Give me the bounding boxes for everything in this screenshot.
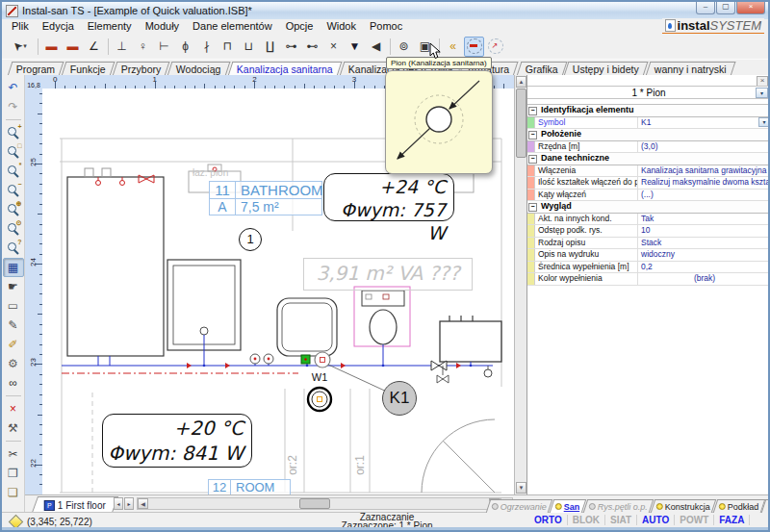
menu-opcje[interactable]: Opcje <box>279 19 321 34</box>
branch-tool[interactable]: ⊢ <box>154 37 174 57</box>
property-value-ilość-kształtek-włączeń-do-pionu[interactable]: Realizuj maksymalnie dwoma kształtkami <box>638 177 770 189</box>
zoom-window-tool[interactable]: ⊕ <box>3 200 24 219</box>
property-value-włączenia[interactable]: Kanalizacja sanitarna grawitacyjna <box>638 165 770 177</box>
tab-wodociąg[interactable]: Wodociąg <box>167 62 230 76</box>
select-region-tool[interactable]: ▭ <box>3 296 24 316</box>
crossing-tool[interactable]: × <box>323 37 344 57</box>
pipe-riser-tool[interactable]: ∠ <box>84 37 104 57</box>
scroll-up-icon[interactable]: ▲ <box>516 76 526 88</box>
toggle-auto[interactable]: AUTO <box>637 515 675 525</box>
property-row-kolor-wypełnienia[interactable]: Kolor wypełnienia(brak) <box>527 273 770 286</box>
redo-tool[interactable]: ↷ <box>3 97 24 116</box>
pion-preview-tool[interactable] <box>485 37 505 57</box>
copy-tool[interactable]: ❐ <box>3 464 24 483</box>
coupling-right-tool[interactable]: ⊷ <box>302 37 322 57</box>
filter-tool[interactable]: ▼ <box>345 37 365 57</box>
property-section-identyfikacja-elementu[interactable]: −Identyfikacja elementu <box>527 105 770 117</box>
slant-connection-tool[interactable]: ∤ <box>196 37 217 57</box>
zoom-sheet-tool[interactable]: □ <box>3 142 24 162</box>
property-row-opis-na-wydruku[interactable]: Opis na wydrukuwidoczny <box>527 249 770 262</box>
header-dropdown-icon[interactable]: ▾ <box>756 88 768 98</box>
pencil-tool[interactable]: ✎ <box>3 316 24 335</box>
zoom-region-tool[interactable]: + <box>3 123 24 142</box>
sheet-tab-first-floor[interactable]: P 1 First floor <box>32 496 118 513</box>
delete-tool[interactable]: × <box>3 399 24 418</box>
menu-elementy[interactable]: Elementy <box>81 19 139 34</box>
minimize-button[interactable]: – <box>696 2 715 14</box>
toggle-powt[interactable]: POWT <box>675 515 714 525</box>
trim-tool[interactable]: ⚒ <box>3 418 24 438</box>
r4-disconnect-tool[interactable]: « <box>443 37 463 57</box>
property-value-opis-na-wydruku[interactable]: widoczny <box>638 249 770 261</box>
property-value-kolor-wypełnienia[interactable]: (brak) <box>638 273 770 285</box>
collapse-icon[interactable]: − <box>528 203 537 212</box>
close-button[interactable]: × <box>736 2 765 14</box>
fixture-cup-tool[interactable]: ⊔ <box>239 37 259 57</box>
pipe-horizontal-tool[interactable]: ▬ <box>41 37 62 57</box>
property-section-położenie[interactable]: −Położenie <box>527 129 770 141</box>
doc-tab-san[interactable]: San <box>550 499 586 513</box>
doc-tab-ogrzewanie[interactable]: Ogrzewanie <box>486 499 553 513</box>
property-value-akt-na-innych-kond[interactable]: Tak <box>638 214 770 225</box>
menu-pomoc[interactable]: Pomoc <box>363 19 409 34</box>
cut-tool[interactable]: ✂ <box>3 444 24 464</box>
zoom-help-tool[interactable]: ? <box>3 239 24 258</box>
prev-sheet-button[interactable]: ◂ <box>114 497 123 510</box>
pan-hand-tool[interactable]: ☛ <box>3 277 24 296</box>
property-value-średnica-wypełnienia-m[interactable]: 0,2 <box>638 262 770 273</box>
tab-ustępy-i-bidety[interactable]: Ustępy i bidety <box>564 62 649 76</box>
doc-tab-podkład[interactable]: Podkład <box>712 499 764 513</box>
vertical-scrollbar[interactable]: ▲ ▼ <box>514 75 526 494</box>
outlet-tool[interactable]: ◀ <box>366 37 386 57</box>
property-row-średnica-wypełnienia-m[interactable]: Średnica wypełnienia [m]0,2 <box>527 262 770 274</box>
doc-tab-konstrukcja[interactable]: Konstrukcja <box>650 499 716 513</box>
connection-perpendicular-tool[interactable]: ⊥ <box>112 37 132 57</box>
paste-tool[interactable]: ❏ <box>3 483 24 502</box>
collapse-icon[interactable]: − <box>528 107 537 115</box>
scrollbar-thumb[interactable] <box>299 498 330 509</box>
horizontal-scrollbar[interactable]: ◀ ▶ <box>137 497 500 510</box>
k1-riser-badge[interactable]: K1 <box>382 381 417 416</box>
tab-kanalizacja-sanitarna[interactable]: Kanalizacja sanitarna <box>228 62 343 76</box>
brush-tool[interactable]: ✐ <box>3 335 24 354</box>
property-row-rzędna-m[interactable]: Rzędna [m](3,0) <box>527 141 770 154</box>
screen-view-tool[interactable]: ▦ <box>3 258 24 277</box>
property-value-rzędna-m[interactable]: (3,0) <box>638 141 770 153</box>
tab-funkcje[interactable]: Funkcje <box>62 62 116 76</box>
format-gear-tool[interactable]: ⚙ <box>3 354 24 373</box>
title-bar[interactable]: Instal-san TS - [Example of Quick valuat… <box>2 2 768 19</box>
valve-vertical-tool[interactable]: ϕ <box>175 37 195 57</box>
property-value-odstęp-podk-rys[interactable]: 10 <box>638 225 770 237</box>
fixture-u-tool[interactable]: ⊓ <box>218 37 238 57</box>
menu-dane-elementów[interactable]: Dane elementów <box>186 19 279 34</box>
property-value-symbol[interactable]: K1 <box>638 117 757 129</box>
undo-tool[interactable]: ↶ <box>3 78 24 97</box>
selection-marker[interactable] <box>301 355 310 364</box>
pion-tool[interactable] <box>464 37 484 57</box>
tab-grafika[interactable]: Grafika <box>516 62 567 76</box>
coupling-oval-tool[interactable]: ⊚ <box>394 37 414 57</box>
property-row-ilość-kształtek-włączeń-do-pionu[interactable]: Ilość kształtek włączeń do pionuRealizuj… <box>527 177 770 190</box>
menu-widok[interactable]: Widok <box>320 19 363 34</box>
scroll-down-icon[interactable]: ▼ <box>516 482 526 494</box>
collapse-icon[interactable]: − <box>528 155 537 164</box>
scroll-left-icon[interactable]: ◀ <box>138 498 148 509</box>
property-dropdown-icon[interactable]: ▾ <box>758 117 770 127</box>
temp-power-box-room[interactable]: +20 °C Φwym: 841 W <box>102 414 252 468</box>
unassigned-area-box[interactable]: 3,91 m² VA ??? <box>303 258 473 291</box>
toggle-blok[interactable]: BLOK <box>568 515 605 525</box>
temp-power-box-bathroom[interactable]: +24 °C Φwym: 757 W <box>323 173 454 221</box>
coupling-left-tool[interactable]: ⊶ <box>281 37 301 57</box>
property-row-symbol[interactable]: SymbolK1▾ <box>527 117 770 130</box>
menu-edycja[interactable]: Edycja <box>36 19 81 34</box>
w1-symbol[interactable] <box>308 388 331 411</box>
scrollbar-thumb[interactable] <box>516 89 526 158</box>
select-tool[interactable]: ➤▾ <box>6 37 34 57</box>
node-circle[interactable]: 1 <box>239 228 262 251</box>
siphon-tool[interactable]: ♀ <box>133 37 153 57</box>
zoom-out-tool[interactable]: − <box>3 181 24 200</box>
menu-moduły[interactable]: Moduły <box>139 19 186 34</box>
find-binoculars-tool[interactable]: ∞ <box>3 373 24 393</box>
property-row-kąty-włączeń[interactable]: Kąty włączeń(...) <box>527 190 770 202</box>
property-row-włączenia[interactable]: WłączeniaKanalizacja sanitarna grawitacy… <box>527 165 770 178</box>
